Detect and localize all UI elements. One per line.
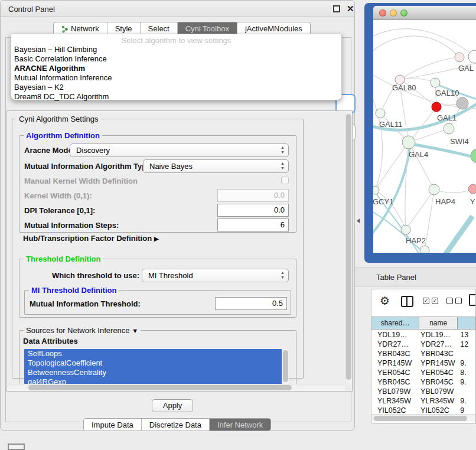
manual-kernel-label: Manual Kernel Width Definition — [24, 177, 138, 185]
algorithm-option[interactable]: Mutual Information Inference — [11, 73, 341, 83]
tab-cyni-toolbox[interactable]: Cyni Toolbox — [178, 22, 237, 34]
table-row[interactable]: YBR043CYBR043C — [371, 349, 475, 358]
network-canvas[interactable]: GALGAL80GAL10GAL1GAL11SWI4GAL4GCY1HAP4YH… — [373, 20, 476, 253]
table-cell: YDL19… — [419, 330, 458, 340]
list-scrollbar[interactable] — [282, 349, 289, 387]
combo-arrows-icon: ▲▼ — [281, 270, 285, 280]
table-cell: YBR043C — [371, 349, 419, 358]
table-panel-titlebar: Table Panel — [355, 267, 476, 287]
bottom-tabs: Impute DataDiscretize DataInfer Network — [83, 418, 271, 431]
table-cell: YDR27… — [419, 340, 458, 349]
algorithm-option[interactable]: Bayesian – K2 — [11, 83, 341, 92]
expander-right-icon: ▶ — [154, 235, 159, 242]
data-attribute-item[interactable]: SelfLoops — [24, 349, 282, 358]
mi-type-label: Mutual Information Algorithm Type: — [24, 162, 154, 171]
network-node-gal10[interactable] — [431, 78, 440, 87]
float-window-icon[interactable] — [333, 5, 340, 12]
network-node-gal[interactable] — [455, 53, 464, 62]
column-header[interactable] — [458, 317, 475, 329]
network-node-hap4[interactable] — [429, 184, 439, 195]
table-row[interactable]: YBR045CYBR045C9. — [371, 377, 475, 387]
table-row[interactable]: YPR145WYPR145W9. — [371, 358, 475, 368]
aracne-mode-combo[interactable]: Discovery ▲▼ — [70, 144, 289, 157]
tab-discretize-data[interactable]: Discretize Data — [142, 419, 210, 431]
select-all-columns-icon[interactable]: ✓✓ — [423, 298, 438, 304]
deselect-all-columns-icon[interactable] — [446, 298, 462, 304]
gear-icon[interactable]: ⚙ — [380, 294, 390, 308]
manual-kernel-checkbox[interactable] — [281, 177, 289, 184]
tab-select[interactable]: Select — [141, 22, 178, 34]
network-node-gcy1[interactable] — [373, 186, 379, 194]
node-label: SWI4 — [450, 137, 469, 146]
which-threshold-combo[interactable]: MI Threshold ▲▼ — [142, 269, 289, 282]
data-attribute-item[interactable]: TopologicalCoefficient — [24, 358, 282, 368]
table-row[interactable]: YIL052CYIL052C9 — [371, 406, 475, 414]
network-node-swi4[interactable] — [444, 123, 454, 134]
dpi-tolerance-field[interactable]: 0.0 — [217, 204, 289, 217]
network-view-window: GALGAL80GAL10GAL1GAL11SWI4GAL4GCY1HAP4YH… — [364, 3, 476, 263]
sources-title[interactable]: Sources for Network Inference ▼ — [24, 326, 141, 335]
table-row[interactable]: YER054CYER054C8. — [371, 368, 475, 377]
settings-vscrollbar[interactable] — [345, 112, 352, 384]
close-icon[interactable]: ✕ — [347, 4, 354, 14]
table-cell: YER054C — [419, 368, 458, 377]
mi-type-combo[interactable]: Naive Bayes ▲▼ — [143, 159, 289, 173]
tab-infer-network[interactable]: Infer Network — [210, 419, 270, 431]
table-row[interactable]: YDL19…YDL19…13 — [371, 330, 475, 340]
column-header[interactable]: name — [419, 317, 458, 329]
table-hscrollbar[interactable] — [371, 414, 475, 422]
table-cell: YBL079W — [371, 387, 419, 396]
mi-threshold-field[interactable]: 0.5 — [215, 297, 287, 310]
table-cell: YDL19… — [371, 330, 419, 340]
network-node[interactable] — [471, 149, 476, 163]
network-window-titlebar[interactable] — [373, 6, 476, 20]
network-node-hap2[interactable] — [401, 225, 410, 234]
dropdown-items: Bayesian – Hill ClimbingBasic Correlatio… — [11, 45, 341, 102]
tab-jactivemnodules[interactable]: jActiveMNodules — [237, 22, 310, 34]
hub-definition-expander[interactable]: Hub/Transcription Factor Definition ▶ — [23, 234, 159, 243]
splitter-collapse-icon[interactable] — [357, 219, 360, 223]
table-cell: YPR145W — [371, 358, 419, 368]
cyni-settings-title: Cyni Algorithm Settings — [17, 115, 100, 123]
control-panel-tabs: NetworkStyleSelectCyni ToolboxjActiveMNo… — [53, 22, 311, 35]
algorithm-option[interactable]: Basic Correlation Inference — [11, 54, 341, 64]
settings-scrollpane: Cyni Algorithm Settings Algorithm Defini… — [6, 110, 353, 392]
tab-network[interactable]: Network — [54, 22, 107, 34]
maximize-traffic-icon[interactable] — [400, 9, 407, 17]
combo-arrows-icon: ▲▼ — [281, 161, 285, 171]
algorithm-dropdown-list: Select algorithm to view settings Bayesi… — [11, 34, 342, 100]
kernel-width-field[interactable]: 0.0 — [217, 189, 289, 202]
close-traffic-icon[interactable] — [379, 9, 386, 17]
table-panel-title: Table Panel — [376, 273, 416, 282]
table-row[interactable]: YDR27…YDR27…12 — [371, 340, 475, 349]
column-header[interactable]: shared… — [371, 317, 419, 329]
table-row[interactable]: YBL079WYBL079W — [371, 387, 475, 396]
algorithm-option[interactable]: Dream8 DC_TDC Algorithm — [11, 92, 341, 102]
network-node-gal4[interactable] — [402, 136, 415, 149]
algorithm-option[interactable]: Bayesian – Hill Climbing — [11, 45, 341, 54]
table-cell: YBR045C — [371, 377, 419, 387]
tab-style[interactable]: Style — [107, 22, 141, 34]
tab-impute-data[interactable]: Impute Data — [84, 419, 142, 431]
export-table-icon[interactable] — [469, 294, 476, 306]
node-label: GCY1 — [373, 197, 393, 206]
node-label: GAL11 — [379, 120, 403, 129]
network-node-gal11[interactable] — [376, 109, 385, 118]
apply-button[interactable]: Apply — [152, 399, 193, 412]
table-cell: YBR043C — [419, 349, 458, 358]
network-node-gal1[interactable] — [432, 102, 441, 112]
table-cell: YBL079W — [419, 387, 458, 396]
settings-hscrollbar[interactable] — [8, 384, 345, 391]
column-layout-icon[interactable] — [401, 296, 413, 307]
mi-steps-field[interactable]: 6 — [217, 219, 289, 231]
dpi-tolerance-label: DPI Tolerance [0,1]: — [24, 206, 95, 215]
data-attribute-item[interactable]: BetweennessCentrality — [24, 368, 282, 377]
network-node[interactable] — [420, 246, 429, 253]
minimize-traffic-icon[interactable] — [390, 9, 397, 17]
minimized-tab-icon[interactable] — [8, 444, 25, 450]
threshold-definition-title: Threshold Definition — [24, 255, 103, 263]
network-node-y[interactable] — [468, 184, 476, 194]
table-row[interactable]: YLR345WYLR345W9. — [371, 396, 475, 406]
network-node[interactable] — [457, 97, 468, 109]
algorithm-option[interactable]: ARACNE Algorithm — [11, 64, 341, 73]
